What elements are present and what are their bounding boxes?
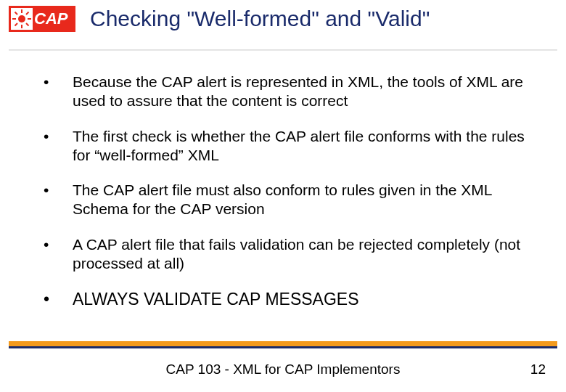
content-area: • Because the CAP alert is represented i…	[0, 51, 566, 310]
svg-line-8	[15, 23, 18, 26]
svg-line-6	[26, 23, 29, 26]
bullet-item: • The first check is whether the CAP ale…	[44, 127, 530, 166]
svg-line-5	[15, 12, 18, 15]
bullet-marker: •	[44, 73, 73, 111]
bullet-text: A CAP alert file that fails validation c…	[73, 235, 530, 274]
logo-sun-icon	[11, 8, 33, 30]
bullet-item: • ALWAYS VALIDATE CAP MESSAGES	[44, 289, 530, 310]
bullet-marker: •	[44, 181, 73, 219]
bullet-marker: •	[44, 127, 73, 166]
svg-point-0	[18, 15, 25, 23]
slide-title: Checking "Well-formed" and "Valid"	[90, 6, 430, 32]
header: CAP Checking "Well-formed" and "Valid"	[0, 0, 566, 32]
bullet-text: ALWAYS VALIDATE CAP MESSAGES	[73, 289, 530, 310]
bullet-text: The first check is whether the CAP alert…	[73, 127, 530, 166]
bullet-text: The CAP alert file must also conform to …	[73, 181, 530, 219]
bullet-item: • The CAP alert file must also conform t…	[44, 181, 530, 219]
bullet-text: Because the CAP alert is represented in …	[73, 73, 530, 111]
bullet-item: • Because the CAP alert is represented i…	[44, 73, 530, 111]
svg-line-7	[26, 12, 29, 15]
bullet-marker: •	[44, 235, 73, 274]
footer-divider	[9, 341, 557, 348]
cap-logo: CAP	[9, 6, 75, 32]
bullet-marker: •	[44, 289, 73, 310]
logo-text: CAP	[34, 9, 67, 28]
bullet-item: • A CAP alert file that fails validation…	[44, 235, 530, 274]
footer-text: CAP 103 - XML for CAP Implementors	[0, 362, 566, 377]
page-number: 12	[530, 362, 546, 377]
